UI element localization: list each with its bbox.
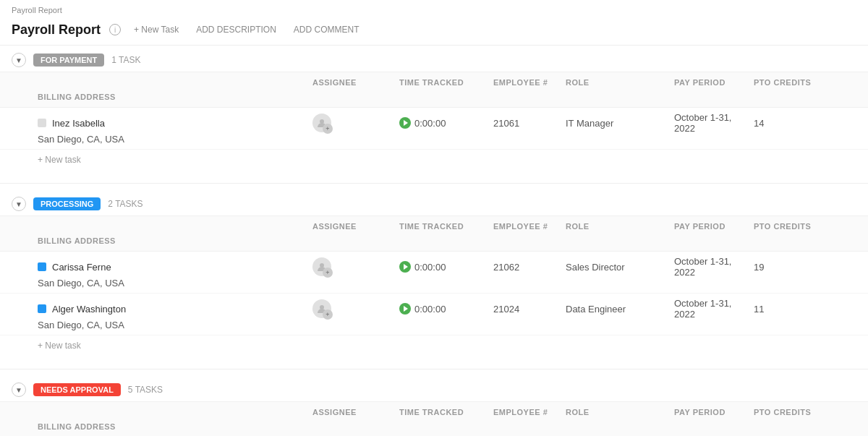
assignee-cell: + [312,257,399,276]
task-count-processing: 2 TASKS [108,199,142,209]
status-badge-needs-approval: NEEDS APPROVAL [33,383,121,396]
col-header-role: ROLE [566,219,674,234]
status-badge-processing: PROCESSING [33,197,101,210]
billing-address-cell: San Diego, CA, USA [38,134,312,145]
chevron-icon: ▼ [15,56,22,64]
play-button[interactable] [399,303,411,315]
pto-credits-cell: 11 [754,304,868,315]
col-header-time-tracked: TIME TRACKED [399,405,493,419]
column-headers-for-payment: ASSIGNEETIME TRACKEDEMPLOYEE #ROLEPAY PE… [0,72,868,108]
new-task-button[interactable]: + New task [38,341,81,351]
col-header-employee-num: EMPLOYEE # [493,75,566,90]
play-icon [404,120,408,126]
new-task-button[interactable]: + New task [38,155,81,165]
content: ▼FOR PAYMENT1 TASKASSIGNEETIME TRACKEDEM… [0,46,868,436]
col-header-assignee: ASSIGNEE [312,75,399,90]
chevron-icon: ▼ [15,200,22,208]
collapse-button-processing[interactable]: ▼ [12,197,26,211]
section-for-payment: ▼FOR PAYMENT1 TASKASSIGNEETIME TRACKEDEM… [0,46,868,184]
pay-period-cell: October 1-31, 2022 [674,112,754,134]
add-assignee-icon[interactable]: + [323,124,333,134]
play-icon [404,264,408,270]
pto-credits-cell: 14 [754,118,868,129]
priority-dot [38,262,46,271]
time-tracked-cell: 0:00:00 [399,303,493,315]
col-header-assignee: ASSIGNEE [312,405,399,419]
status-badge-for-payment: FOR PAYMENT [33,54,104,67]
new-task-action[interactable]: + New Task [129,22,183,38]
time-value: 0:00:00 [414,304,446,315]
col-header-billing-address: BILLING ADDRESS [38,234,312,248]
col-header-name [38,219,312,234]
col-header-billing-address: BILLING ADDRESS [38,90,312,104]
col-header-time-tracked: TIME TRACKED [399,75,493,90]
info-icon[interactable]: i [109,24,121,35]
table-row: Alger Washington + 0:00:00 21024Data Eng… [0,294,868,335]
play-button[interactable] [399,261,411,273]
col-header-pay-period: PAY PERIOD [674,75,754,90]
col-header-employee-num: EMPLOYEE # [493,405,566,419]
col-header-name [38,405,312,419]
col-header-role: ROLE [566,405,674,419]
col-header-time-tracked: TIME TRACKED [399,219,493,234]
column-headers-needs-approval: ASSIGNEETIME TRACKEDEMPLOYEE #ROLEPAY PE… [0,401,868,436]
col-header-role: ROLE [566,75,674,90]
collapse-button-needs-approval[interactable]: ▼ [12,382,26,397]
add-assignee-icon[interactable]: + [323,268,333,278]
billing-address-cell: San Diego, CA, USA [38,320,312,330]
task-name-cell: Alger Washington [38,304,312,315]
section-divider [0,358,868,369]
employee-num-cell: 21024 [493,304,566,315]
table-row: Carissa Ferne + 0:00:00 21062Sales Direc… [0,252,868,294]
col-header-pto-credits: PTO CREDITS [754,219,868,234]
add-assignee-icon[interactable]: + [323,309,333,320]
page-header: Payroll Report i + New Task ADD DESCRIPT… [0,17,868,46]
add-description-action[interactable]: ADD DESCRIPTION [192,22,281,38]
pay-period-cell: October 1-31, 2022 [674,298,754,320]
col-header-employee-num: EMPLOYEE # [493,219,566,234]
priority-dot [38,119,46,127]
pay-period-cell: October 1-31, 2022 [674,256,754,278]
col-header-pay-period: PAY PERIOD [674,219,754,234]
col-header-pto-credits: PTO CREDITS [754,405,868,419]
add-comment-action[interactable]: ADD COMMENT [289,22,364,38]
table-row: Inez Isabella + 0:00:00 21061IT ManagerO… [0,108,868,150]
column-headers-processing: ASSIGNEETIME TRACKEDEMPLOYEE #ROLEPAY PE… [0,215,868,252]
role-cell: Data Engineer [566,304,674,315]
time-value: 0:00:00 [414,118,446,129]
employee-num-cell: 21061 [493,118,566,129]
pto-credits-cell: 19 [754,262,868,273]
section-needs-approval: ▼NEEDS APPROVAL5 TASKSASSIGNEETIME TRACK… [0,375,868,436]
role-cell: IT Manager [566,118,674,129]
task-count-for-payment: 1 TASK [111,55,140,65]
time-tracked-cell: 0:00:00 [399,261,493,273]
new-task-row-processing: + New task [0,335,868,358]
employee-num-cell: 21062 [493,262,566,273]
section-divider [0,172,868,184]
section-header-needs-approval: ▼NEEDS APPROVAL5 TASKS [0,375,868,401]
col-header-pay-period: PAY PERIOD [674,405,754,419]
priority-dot [38,304,46,313]
chevron-icon: ▼ [15,386,22,394]
assignee-cell: + [312,114,399,132]
task-name-label[interactable]: Alger Washington [52,304,126,315]
page-title: Payroll Report [12,22,101,38]
task-name-cell: Carissa Ferne [38,262,312,273]
avatar[interactable]: + [312,299,331,318]
role-cell: Sales Director [566,262,674,273]
task-name-label[interactable]: Carissa Ferne [52,262,111,273]
breadcrumb: Payroll Report [0,0,868,17]
billing-address-cell: San Diego, CA, USA [38,278,312,288]
play-button[interactable] [399,117,411,129]
section-header-processing: ▼PROCESSING2 TASKS [0,189,868,215]
avatar[interactable]: + [312,114,331,132]
time-value: 0:00:00 [414,262,446,273]
col-header-billing-address: BILLING ADDRESS [38,419,312,434]
task-name-label[interactable]: Inez Isabella [52,118,105,129]
section-header-for-payment: ▼FOR PAYMENT1 TASK [0,46,868,72]
avatar[interactable]: + [312,257,331,276]
task-count-needs-approval: 5 TASKS [128,385,163,395]
time-tracked-cell: 0:00:00 [399,117,493,129]
col-header-assignee: ASSIGNEE [312,219,399,234]
collapse-button-for-payment[interactable]: ▼ [12,53,26,67]
